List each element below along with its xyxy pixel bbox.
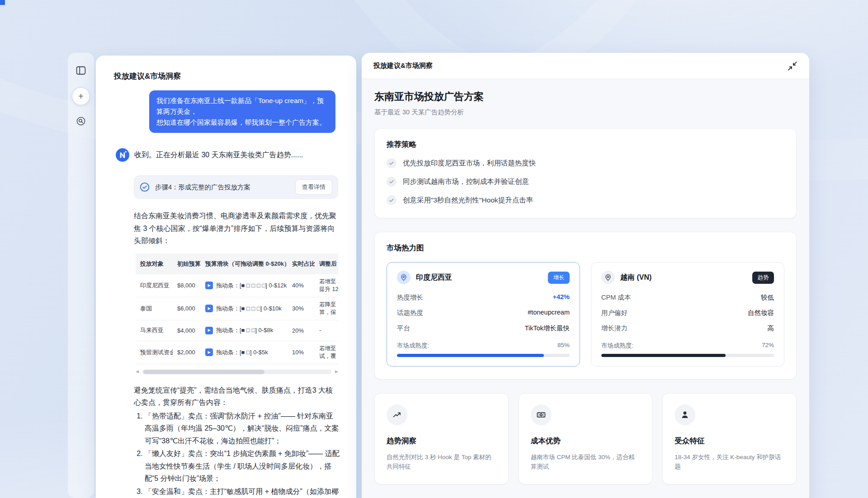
discover-search-icon[interactable] [76, 116, 86, 126]
feature-title: 受众特征 [675, 436, 784, 446]
feature-desc: 越南市场 CPM 比泰国低 30%，适合精算测试 [531, 452, 641, 471]
metric-label: 用户偏好 [601, 309, 627, 317]
metric-row: 热度增长 +42% [397, 293, 570, 302]
scrollbar-thumb[interactable] [143, 370, 264, 374]
slider-play-icon[interactable]: ▶ [205, 305, 213, 312]
scroll-left-icon[interactable]: ◀ [136, 370, 139, 374]
metric-value: +42% [553, 293, 570, 302]
share-cell: 20% [288, 320, 315, 341]
slider-cell: ▶拖动条：[■ □] 0-$5k [201, 341, 288, 364]
feature-desc: 自然光剂对比 3 秒 Hook 是 Top 素材的共同特征 [387, 452, 496, 471]
step-progress-card: 步骤4：形成完整的广告投放方案 查看详情 [134, 175, 338, 199]
strategy-title: 推荐策略 [387, 140, 784, 150]
share-cell: 30% [288, 297, 315, 320]
target-cell: 泰国 [136, 297, 173, 320]
status-badge: 趋势 [752, 272, 774, 284]
share-cell: 40% [288, 274, 315, 297]
scroll-right-icon[interactable]: ▶ [335, 370, 338, 374]
maturity-label: 市场成熟度: [601, 342, 633, 350]
target-cell: 印度尼西亚 [136, 274, 173, 297]
report-subtitle: 基于最近 30 天某广告趋势分析 [374, 108, 797, 117]
maturity-progressbar [601, 354, 774, 357]
report-header: 投放建议&市场洞察 [362, 53, 809, 79]
feature-desc: 18-34 岁女性，关注 K-beauty 和护肤话题 [675, 452, 784, 471]
col-header: 初始预算 [173, 254, 201, 274]
heatmap-title: 市场热力图 [387, 243, 784, 253]
user-message-bubble: 我们准备在东南亚上线一款新品「Tone-up cream」，预 算两万美金， 想… [149, 90, 335, 133]
strategy-item: 同步测试越南市场，控制成本并验证创意 [387, 177, 784, 187]
selling-points-intro: 避免笼统宣传“提亮”，需结合当地气候、肤质痛点，打造3 大核心卖点，贯穿所有广告… [134, 384, 339, 409]
metric-label: 热度增长 [397, 293, 423, 302]
budget-cell: $6,000 [173, 297, 201, 320]
maturity-label: 市场成熟度: [397, 342, 429, 350]
maturity-progress-fill [601, 354, 726, 357]
budget-cell: $2,000 [173, 341, 201, 364]
metric-row: 增长潜力 高 [601, 324, 774, 333]
sidebar-toggle-icon[interactable] [76, 66, 86, 75]
country-card-vietnam[interactable]: 越南 (VN) 趋势 CPM 成本 较低 用户偏好 自然妆容 增长潜力 高 [591, 262, 784, 366]
report-header-title: 投放建议&市场洞察 [373, 61, 788, 70]
metric-value: TikTok增长最快 [525, 324, 570, 333]
slider-play-icon[interactable]: ▶ [205, 348, 213, 356]
metric-value: 较低 [761, 293, 774, 302]
check-circle-icon [140, 182, 150, 192]
budget-table-container: 投放对象 初始预算 预算滑块（可拖动调整 0-$20k） 实时占比 调整后 印度… [136, 254, 338, 364]
list-item: 「懒人友好」卖点：突出“1 步搞定伪素颜 + 免卸妆”—— 适配当地女性快节奏生… [145, 447, 340, 485]
scrollbar-track[interactable] [142, 370, 331, 374]
corner-accent [0, 0, 5, 5]
share-cell: 10% [288, 341, 315, 364]
metric-label: 增长潜力 [601, 324, 627, 333]
slider-play-icon[interactable]: ▶ [205, 327, 213, 334]
budget-slider[interactable]: 拖动条：[■ □ □] 0-$8k [216, 326, 273, 334]
table-row: 预留测试资金 $2,000 ▶拖动条：[■ □] 0-$5k 10% 若增至 试… [136, 341, 338, 364]
status-badge: 增长 [548, 272, 570, 284]
note-cell: 若降至 算，保 [315, 297, 338, 320]
market-heatmap-card: 市场热力图 印度尼西亚 增长 热度增长 +42% 话题 [374, 232, 797, 380]
target-cell: 预留测试资金 [136, 341, 173, 364]
budget-table: 投放对象 初始预算 预算滑块（可拖动调整 0-$20k） 实时占比 调整后 印度… [136, 254, 338, 364]
maturity-progress-fill [397, 354, 544, 357]
metric-row: 话题热度 #toneupcream [397, 309, 570, 317]
metric-row: 平台 TikTok增长最快 [397, 324, 570, 333]
slider-play-icon[interactable]: ▶ [205, 282, 213, 289]
table-row: 马来西亚 $4,000 ▶拖动条：[■ □ □] 0-$8k 20% - [136, 320, 338, 341]
feature-title: 成本优势 [531, 436, 641, 446]
country-name: 印度尼西亚 [416, 273, 548, 282]
note-cell: - [315, 320, 338, 341]
chat-panel: 投放建议&市场洞察 我们准备在东南亚上线一款新品「Tone-up cream」，… [96, 56, 356, 498]
metric-label: 话题热度 [397, 309, 423, 317]
feature-cards-row: 趋势洞察 自然光剂对比 3 秒 Hook 是 Top 素材的共同特征 成本优势 … [374, 393, 797, 484]
strategy-item: 优先投放印度尼西亚市场，利用话题热度快 [387, 158, 784, 168]
analysis-paragraph: 结合东南亚美妆消费习惯、电商渗透率及素颜霜需求度，优先聚焦 3 个核心国家，按“… [134, 210, 339, 247]
step-label: 步骤4：形成完整的广告投放方案 [155, 183, 295, 192]
maturity-value: 72% [762, 342, 774, 350]
country-card-indonesia[interactable]: 印度尼西亚 增长 热度增长 +42% 话题热度 #toneupcream 平台 … [387, 262, 580, 366]
slider-cell: ▶拖动条：[■ □ □ □ □] 0-$12k [201, 274, 288, 297]
trend-up-icon [387, 404, 407, 425]
app-rail: + [68, 53, 94, 498]
feature-card-trend: 趋势洞察 自然光剂对比 3 秒 Hook 是 Top 素材的共同特征 [374, 393, 509, 484]
collapse-panel-icon[interactable] [788, 61, 797, 71]
col-header: 调整后 [315, 254, 338, 274]
budget-slider[interactable]: 拖动条：[■ □] 0-$5k [216, 348, 268, 357]
table-row: 印度尼西亚 $8,000 ▶拖动条：[■ □ □ □ □] 0-$12k 40%… [136, 274, 338, 297]
view-details-button[interactable]: 查看详情 [295, 179, 332, 195]
metric-label: 平台 [397, 324, 410, 333]
feature-card-audience: 受众特征 18-34 岁女性，关注 K-beauty 和护肤话题 [662, 393, 797, 484]
maturity-progressbar [397, 354, 570, 357]
report-panel: 投放建议&市场洞察 东南亚市场投放广告方案 基于最近 30 天某广告趋势分析 推… [362, 53, 809, 498]
strategy-card: 推荐策略 优先投放印度尼西亚市场，利用话题热度快 同步测试越南市场，控制成本并验… [374, 128, 797, 218]
maturity-value: 85% [557, 342, 570, 350]
metric-value: #toneupcream [528, 309, 570, 317]
metric-value: 高 [768, 324, 774, 333]
check-icon [387, 158, 396, 168]
assistant-message: 收到。正在分析最近 30 天东南亚美妆类广告趋势...... [134, 148, 303, 162]
selling-points-list: 「热带适配」卖点：强调“防水防汗 + 控油”—— 针对东南亚高温多雨（年均温 2… [134, 410, 340, 498]
budget-slider[interactable]: 拖动条：[■ □ □ □ □] 0-$12k [216, 282, 287, 290]
metric-row: 用户偏好 自然妆容 [601, 309, 774, 317]
budget-cell: $4,000 [173, 320, 201, 341]
budget-slider[interactable]: 拖动条：[■ □ □ □] 0-$10k [216, 305, 282, 313]
new-chat-button[interactable]: + [72, 87, 90, 105]
strategy-text: 创意采用"3秒自然光剂性"Hook提升点击率 [403, 196, 533, 205]
list-item: 「安全温和」卖点：主打“敏感肌可用 + 植物成分”（如添加椰子油 / 绿茶提取物… [145, 485, 340, 498]
